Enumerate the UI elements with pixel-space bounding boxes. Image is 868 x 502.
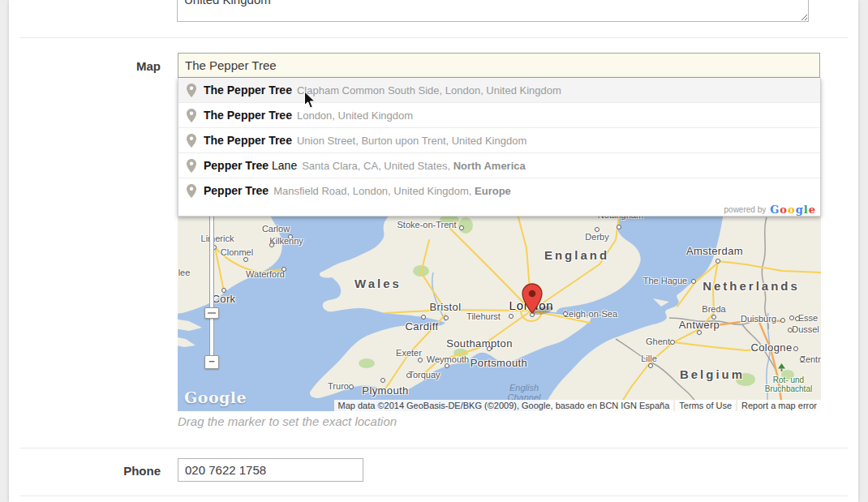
google-logo-letter: G bbox=[770, 204, 779, 216]
google-maps-logo[interactable]: Google bbox=[184, 388, 247, 406]
map-town-dot bbox=[563, 311, 568, 316]
map-marker[interactable] bbox=[521, 282, 558, 315]
section-divider bbox=[20, 496, 848, 496]
map-town-dot bbox=[789, 315, 794, 320]
map-town-dot bbox=[269, 242, 274, 247]
section-divider bbox=[20, 37, 848, 38]
zoom-out-button[interactable]: − bbox=[204, 355, 219, 369]
map-town-dot bbox=[711, 315, 716, 320]
map-town-dot bbox=[595, 227, 599, 232]
map-town-dot bbox=[795, 316, 800, 321]
map-search-input[interactable] bbox=[178, 53, 820, 78]
suggestion-secondary-text: London, United Kingdom bbox=[297, 109, 413, 122]
zoom-slider-handle[interactable] bbox=[204, 307, 219, 319]
google-logo-letter: l bbox=[804, 204, 808, 216]
map-town-dot bbox=[788, 328, 793, 333]
suggestion-secondary-text: Santa Clara, CA, United States, bbox=[302, 160, 453, 172]
map-town-dot bbox=[445, 363, 449, 368]
map-town-dot bbox=[780, 318, 785, 323]
map-town-dot bbox=[697, 330, 702, 335]
country-textarea[interactable]: United Kingdom bbox=[177, 0, 809, 22]
location-pin-icon bbox=[187, 134, 196, 148]
map-town-dot bbox=[281, 267, 286, 272]
suggestion-secondary-bold: Europe bbox=[475, 185, 511, 197]
autocomplete-item[interactable]: The Pepper Tree London, United Kingdom bbox=[178, 102, 820, 127]
suggestion-secondary-text: Union Street, Burton upon Trent, United … bbox=[297, 135, 526, 147]
map-town-dot bbox=[648, 363, 653, 368]
suggestion-secondary-bold: North America bbox=[453, 160, 526, 172]
google-logo-letter: g bbox=[796, 204, 803, 216]
map-town-dot bbox=[349, 384, 354, 389]
phone-field-label: Phone bbox=[81, 464, 161, 478]
map-town-dot bbox=[800, 357, 805, 362]
map-town-dot bbox=[421, 315, 426, 320]
suggestion-main-text: Pepper Tree bbox=[204, 184, 269, 197]
autocomplete-item[interactable]: Pepper Tree Mansfield Road, London, Unit… bbox=[178, 178, 820, 203]
map-town-dot bbox=[221, 288, 226, 293]
suggestion-main-text: The Pepper Tree bbox=[204, 134, 292, 147]
map-town-dot bbox=[617, 225, 621, 230]
map-town-dot bbox=[509, 314, 513, 319]
phone-input[interactable] bbox=[178, 458, 363, 482]
location-pin-icon bbox=[187, 109, 196, 122]
suggestion-main-text: The Pepper Tree bbox=[204, 109, 292, 122]
location-pin-icon bbox=[187, 84, 196, 97]
google-logo-letter: e bbox=[809, 204, 815, 216]
map-attribution: Map data ©2014 GeoBasis-DE/BKG (©2009), … bbox=[333, 399, 822, 411]
section-divider bbox=[20, 448, 848, 448]
map-town-dot bbox=[459, 225, 464, 230]
map-field-label: Map bbox=[81, 59, 161, 73]
location-pin-icon bbox=[187, 184, 196, 198]
autocomplete-dropdown: The Pepper Tree Clapham Common South Sid… bbox=[178, 78, 821, 217]
suggestion-secondary-text: Clapham Common South Side, London, Unite… bbox=[297, 84, 561, 97]
map-town-dot bbox=[670, 340, 675, 345]
google-logo-letter: o bbox=[788, 204, 795, 216]
report-map-error-link[interactable]: Report a map error bbox=[737, 400, 821, 411]
map-town-dot bbox=[288, 234, 293, 239]
map-town-dot bbox=[715, 259, 720, 264]
autocomplete-item[interactable]: The Pepper Tree Union Street, Burton upo… bbox=[178, 127, 820, 152]
map-town-dot bbox=[444, 315, 449, 320]
location-pin-icon bbox=[187, 159, 196, 173]
map-town-dot bbox=[380, 378, 385, 383]
map-town-dot bbox=[243, 257, 248, 262]
map-town-dot bbox=[487, 346, 492, 351]
suggestion-main-text: Pepper Tree bbox=[204, 159, 269, 172]
map-data-attribution: Map data ©2014 GeoBasis-DE/BKG (©2009), … bbox=[334, 400, 674, 411]
autocomplete-item[interactable]: Pepper Tree Lane Santa Clara, CA, United… bbox=[178, 152, 820, 178]
powered-by-google: powered by G o o g l e bbox=[178, 203, 820, 216]
map-drag-hint: Drag the marker to set the exact locatio… bbox=[178, 414, 397, 428]
powered-by-text: powered by bbox=[724, 205, 767, 214]
suggestion-main-extra: Lane bbox=[269, 159, 297, 172]
park-tree-icon bbox=[778, 363, 785, 371]
map-town-dot bbox=[406, 373, 411, 378]
suggestion-secondary-text: Mansfield Road, London, United Kingdom, bbox=[273, 185, 475, 197]
map-town-dot bbox=[418, 358, 423, 363]
map-town-dot bbox=[691, 279, 696, 284]
terms-of-use-link[interactable]: Terms of Use bbox=[675, 400, 736, 411]
google-logo-letter: o bbox=[780, 204, 787, 216]
map-town-dot bbox=[793, 346, 798, 351]
suggestion-main-text: The Pepper Tree bbox=[204, 84, 292, 97]
autocomplete-item[interactable]: The Pepper Tree Clapham Common South Sid… bbox=[178, 78, 820, 102]
